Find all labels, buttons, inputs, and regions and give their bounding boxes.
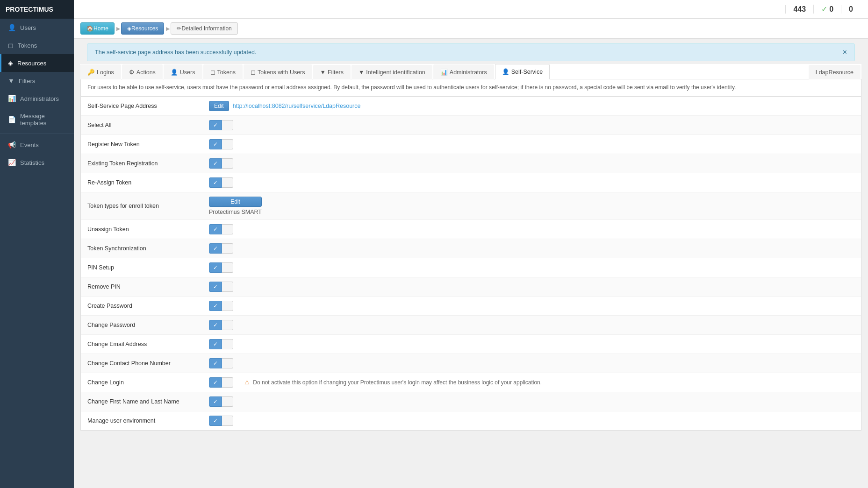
toggle-existing-token[interactable]: ✓ (209, 158, 233, 169)
tab-logins[interactable]: 🔑 Logins (80, 64, 121, 79)
toggle-check-change-name[interactable]: ✓ (209, 396, 222, 407)
toggle-off-change-password[interactable] (222, 320, 233, 330)
breadcrumb-detail-label: Detailed Information (181, 25, 231, 32)
sidebar-item-message-templates[interactable]: 📄 Message templates (0, 107, 74, 132)
address-url[interactable]: http://localhost:8082/ru/selfservice/Lda… (233, 103, 361, 109)
sidebar-item-resources[interactable]: ◈ Resources (0, 54, 74, 72)
toggle-check-register-token[interactable]: ✓ (209, 139, 222, 149)
breadcrumb-resources[interactable]: ◈ Resources (121, 22, 164, 35)
toggle-off-reassign-token[interactable] (222, 177, 233, 188)
token-sync-label: Token Synchronization (87, 245, 209, 252)
toggle-create-password[interactable]: ✓ (209, 301, 233, 311)
sidebar-item-statistics[interactable]: 📈 Statistics (0, 154, 74, 171)
tab-filters-label: Filters (328, 69, 344, 76)
toggle-off-manage-env[interactable] (222, 416, 233, 426)
toggle-check-select-all[interactable]: ✓ (209, 120, 222, 130)
sidebar-item-filters[interactable]: ▼ Filters (0, 72, 74, 90)
toggle-check-unassign-token[interactable]: ✓ (209, 224, 222, 234)
change-login-warning-text: Do not activate this option if changing … (253, 379, 542, 386)
toggle-token-sync[interactable]: ✓ (209, 243, 233, 254)
toggle-off-existing-token[interactable] (222, 158, 233, 169)
sidebar: PROTECTIMUS 👤 Users ◻ Tokens ◈ Resources… (0, 0, 74, 488)
admins-tab-icon: 📊 (440, 69, 448, 76)
breadcrumb-home[interactable]: 🏠 Home (80, 22, 115, 35)
address-edit-button[interactable]: Edit (209, 101, 229, 111)
toggle-unassign-token[interactable]: ✓ (209, 224, 233, 234)
toggle-register-token[interactable]: ✓ (209, 139, 233, 149)
toggle-reassign-token[interactable]: ✓ (209, 177, 233, 188)
toggle-manage-env[interactable]: ✓ (209, 416, 233, 426)
change-phone-label: Change Contact Phone Number (87, 360, 209, 367)
toggle-check-token-sync[interactable]: ✓ (209, 243, 222, 254)
logins-tab-icon: 🔑 (87, 69, 95, 76)
sidebar-label-resources: Resources (17, 60, 46, 67)
toggle-check-pin-setup[interactable]: ✓ (209, 262, 222, 273)
toggle-change-phone[interactable]: ✓ (209, 358, 233, 368)
breadcrumb-arrow-1: ▶ (116, 26, 120, 32)
tab-actions[interactable]: ⚙ Actions (122, 64, 163, 79)
topbar-count: 443 (785, 5, 813, 14)
toggle-off-pin-setup[interactable] (222, 262, 233, 273)
tab-administrators[interactable]: 📊 Administrators (433, 64, 494, 79)
toggle-change-password[interactable]: ✓ (209, 320, 233, 330)
toggle-change-name[interactable]: ✓ (209, 396, 233, 407)
toggle-off-create-password[interactable] (222, 301, 233, 311)
statistics-icon: 📈 (8, 159, 16, 166)
tab-tokens-with-users[interactable]: ◻ Tokens with Users (244, 64, 312, 79)
self-service-description: For users to be able to use self-service… (80, 79, 861, 97)
tab-intelligent-id[interactable]: ▼ Intelligent identification (352, 65, 432, 79)
toggle-select-all[interactable]: ✓ (209, 120, 233, 130)
toggle-check-create-password[interactable]: ✓ (209, 301, 222, 311)
toggle-check-change-login[interactable]: ✓ (209, 377, 222, 388)
topbar-ok: ✓ 0 (813, 5, 841, 14)
toggle-remove-pin[interactable]: ✓ (209, 282, 233, 292)
sidebar-item-tokens[interactable]: ◻ Tokens (0, 36, 74, 54)
toggle-off-change-phone[interactable] (222, 358, 233, 368)
tab-admins-label: Administrators (450, 69, 487, 76)
toggle-check-manage-env[interactable]: ✓ (209, 416, 222, 426)
breadcrumb-detail[interactable]: ✏ Detailed Information (171, 22, 237, 35)
sidebar-label-filters: Filters (19, 78, 35, 85)
resources-icon: ◈ (8, 59, 13, 67)
toggle-check-change-email[interactable]: ✓ (209, 339, 222, 349)
alert-close-button[interactable]: × (843, 48, 847, 57)
sidebar-item-events[interactable]: 📢 Events (0, 136, 74, 154)
settings-row-change-phone: Change Contact Phone Number ✓ (81, 354, 861, 373)
toggle-check-existing-token[interactable]: ✓ (209, 158, 222, 169)
tab-filters[interactable]: ▼ Filters (313, 65, 351, 79)
token-types-control: Edit Protectimus SMART (209, 197, 262, 215)
register-token-control: ✓ (209, 139, 233, 149)
toggle-off-change-email[interactable] (222, 339, 233, 349)
sidebar-label-events: Events (20, 141, 39, 149)
toggle-check-remove-pin[interactable]: ✓ (209, 282, 222, 292)
toggle-check-change-password[interactable]: ✓ (209, 320, 222, 330)
intel-tab-icon: ▼ (359, 69, 364, 76)
toggle-off-unassign-token[interactable] (222, 224, 233, 234)
toggle-off-select-all[interactable] (222, 120, 233, 130)
toggle-check-change-phone[interactable]: ✓ (209, 358, 222, 368)
remove-pin-control: ✓ (209, 282, 233, 292)
tokens-tab-icon: ◻ (210, 69, 215, 76)
tab-self-service[interactable]: 👤 Self-Service (495, 64, 550, 79)
toggle-off-change-name[interactable] (222, 396, 233, 407)
sidebar-item-administrators[interactable]: 📊 Administrators (0, 90, 74, 107)
token-types-edit-button[interactable]: Edit (209, 197, 262, 207)
toggle-pin-setup[interactable]: ✓ (209, 262, 233, 273)
events-icon: 📢 (8, 141, 16, 149)
existing-token-label: Existing Token Registration (87, 160, 209, 167)
description-text: For users to be able to use self-service… (87, 84, 736, 91)
tab-tokens[interactable]: ◻ Tokens (203, 64, 243, 79)
settings-row-change-name: Change First Name and Last Name ✓ (81, 392, 861, 411)
filters-icon: ▼ (8, 77, 14, 85)
toggle-off-remove-pin[interactable] (222, 282, 233, 292)
token-sync-control: ✓ (209, 243, 233, 254)
toggle-change-login[interactable]: ✓ (209, 377, 233, 388)
toggle-check-reassign-token[interactable]: ✓ (209, 177, 222, 188)
sidebar-item-users[interactable]: 👤 Users (0, 19, 74, 36)
toggle-change-email[interactable]: ✓ (209, 339, 233, 349)
toggle-off-token-sync[interactable] (222, 243, 233, 254)
toggle-off-register-token[interactable] (222, 139, 233, 149)
tab-ldap-resource[interactable]: LdapResource (809, 65, 861, 79)
tab-users[interactable]: 👤 Users (164, 64, 202, 79)
toggle-off-change-login[interactable] (222, 377, 233, 388)
